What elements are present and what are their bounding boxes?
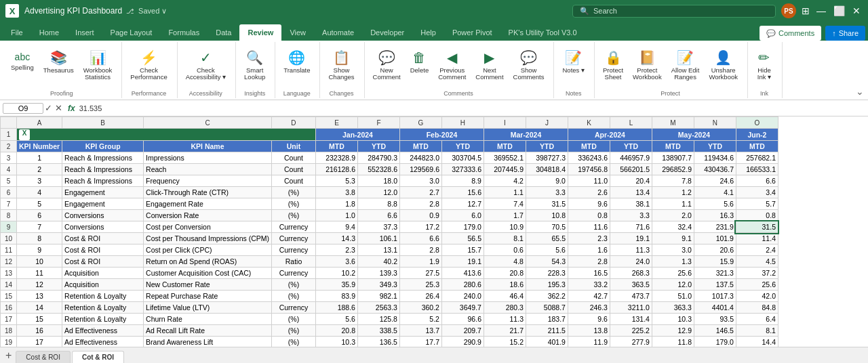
cell-f17[interactable]: 125.8 [357,314,399,325]
cell-d6[interactable]: (%) [271,187,315,198]
user-avatar[interactable]: PS [781,3,796,18]
cell-m15[interactable]: 51.0 [652,291,694,302]
cell-n15[interactable]: 1017.3 [694,291,736,302]
smart-lookup-button[interactable]: 🔍 SmartLookup [240,47,269,89]
cell-d10[interactable]: Currency [271,233,315,244]
cell-k15[interactable]: 42.7 [568,291,610,302]
cell-k8[interactable]: 0.8 [568,210,610,221]
tab-review[interactable]: Review [239,24,281,41]
cell-h3[interactable]: 303704.5 [441,152,484,164]
cell-h5[interactable]: 8.9 [441,175,484,187]
cell-f13[interactable]: 139.3 [357,268,399,279]
cell-e9[interactable]: 9.4 [315,221,357,233]
cell-i5[interactable]: 4.2 [484,175,526,187]
col-header-H[interactable]: H [441,117,484,129]
cell-j8[interactable]: 10.8 [526,210,568,221]
cell-c6[interactable]: Click-Through Rate (CTR) [144,187,272,198]
cell-o16[interactable]: 84.8 [736,302,778,314]
cell-b7[interactable]: Engagement [62,198,144,210]
cell-i3[interactable]: 369552.1 [484,152,526,164]
cell-h4[interactable]: 327333.6 [441,164,484,175]
cell-l17[interactable]: 131.4 [610,314,652,325]
cell-i16[interactable]: 280.3 [484,302,526,314]
cell-g4[interactable]: 129569.6 [399,164,441,175]
cell-k9[interactable]: 11.6 [568,221,610,233]
cell-n12[interactable]: 15.9 [694,256,736,268]
col-header-N[interactable]: N [694,117,736,129]
cell-c10[interactable]: Cost per Thousand Impressions (CPM) [144,233,272,244]
cell-e15[interactable]: 83.9 [315,291,357,302]
tab-power-pivot[interactable]: Power Pivot [444,24,500,41]
cell-l4[interactable]: 566201.5 [610,164,652,175]
cell-c12[interactable]: Return on Ad Spend (ROAS) [144,256,272,268]
cell-c19[interactable]: Brand Awareness Lift [144,337,272,347]
cell-i6[interactable]: 1.1 [484,187,526,198]
cell-o8[interactable]: 0.8 [736,210,778,221]
cell-f6[interactable]: 12.0 [357,187,399,198]
new-comment-button[interactable]: 💬 NewComment [369,47,405,89]
cell-f4[interactable]: 552328.6 [357,164,399,175]
cell-a5[interactable]: 3 [17,175,62,187]
cell-k10[interactable]: 2.3 [568,233,610,244]
cell-n19[interactable]: 179.0 [694,337,736,347]
cell-k12[interactable]: 2.8 [568,256,610,268]
cell-h7[interactable]: 12.7 [441,198,484,210]
cell-m4[interactable]: 296852.9 [652,164,694,175]
cell-m7[interactable]: 1.1 [652,198,694,210]
cell-c13[interactable]: Customer Acquisition Cost (CAC) [144,268,272,279]
cell-a4[interactable]: 2 [17,164,62,175]
cell-n9[interactable]: 231.9 [694,221,736,233]
cell-m5[interactable]: 7.8 [652,175,694,187]
cell-e16[interactable]: 188.6 [315,302,357,314]
cell-o15[interactable]: 42.0 [736,291,778,302]
cell-a17[interactable]: 15 [17,314,62,325]
cell-a16[interactable]: 14 [17,302,62,314]
cell-e7[interactable]: 1.8 [315,198,357,210]
extensions-icon[interactable]: ⊞ [802,5,810,16]
cell-n13[interactable]: 321.3 [694,268,736,279]
cell-h13[interactable]: 413.6 [441,268,484,279]
cell-h9[interactable]: 179.0 [441,221,484,233]
tab-insert[interactable]: Insert [67,24,102,41]
cell-o7[interactable]: 5.7 [736,198,778,210]
cell-g13[interactable]: 27.5 [399,268,441,279]
cell-h12[interactable]: 19.1 [441,256,484,268]
cell-h11[interactable]: 15.7 [441,244,484,256]
cell-b15[interactable]: Retention & Loyalty [62,291,144,302]
cell-a6[interactable]: 4 [17,187,62,198]
cell-c9[interactable]: Cost per Conversion [144,221,272,233]
cell-j3[interactable]: 398727.3 [526,152,568,164]
previous-comment-button[interactable]: ◀ PreviousComment [434,47,470,89]
cell-e5[interactable]: 5.3 [315,175,357,187]
cell-a7[interactable]: 5 [17,198,62,210]
cell-n11[interactable]: 20.6 [694,244,736,256]
cell-b11[interactable]: Cost & ROI [62,244,144,256]
cell-l19[interactable]: 277.9 [610,337,652,347]
cell-g14[interactable]: 25.3 [399,279,441,291]
cell-m17[interactable]: 10.3 [652,314,694,325]
cell-m6[interactable]: 1.2 [652,187,694,198]
cell-f7[interactable]: 8.8 [357,198,399,210]
cell-k18[interactable]: 13.8 [568,325,610,337]
cell-n4[interactable]: 430436.7 [694,164,736,175]
cell-l3[interactable]: 446957.9 [610,152,652,164]
cell-o13[interactable]: 37.2 [736,268,778,279]
delete-comment-button[interactable]: 🗑 Delete [406,47,433,89]
cell-n14[interactable]: 137.5 [694,279,736,291]
cell-g6[interactable]: 2.7 [399,187,441,198]
cell-n16[interactable]: 4401.4 [694,302,736,314]
cell-f9[interactable]: 37.3 [357,221,399,233]
cell-f3[interactable]: 284790.3 [357,152,399,164]
search-bar[interactable]: 🔍 Search [572,5,776,18]
cell-b13[interactable]: Acquisition [62,268,144,279]
cell-a9[interactable]: 7 [17,221,62,233]
cell-i19[interactable]: 15.2 [484,337,526,347]
cell-b14[interactable]: Acquisition [62,279,144,291]
cell-g9[interactable]: 17.2 [399,221,441,233]
cell-l9[interactable]: 71.6 [610,221,652,233]
add-sheet-button[interactable]: + [3,349,14,362]
cell-m12[interactable]: 1.3 [652,256,694,268]
hide-ink-button[interactable]: ✏ HideInk ▾ [752,47,776,89]
cell-k3[interactable]: 336243.6 [568,152,610,164]
cell-e6[interactable]: 3.8 [315,187,357,198]
